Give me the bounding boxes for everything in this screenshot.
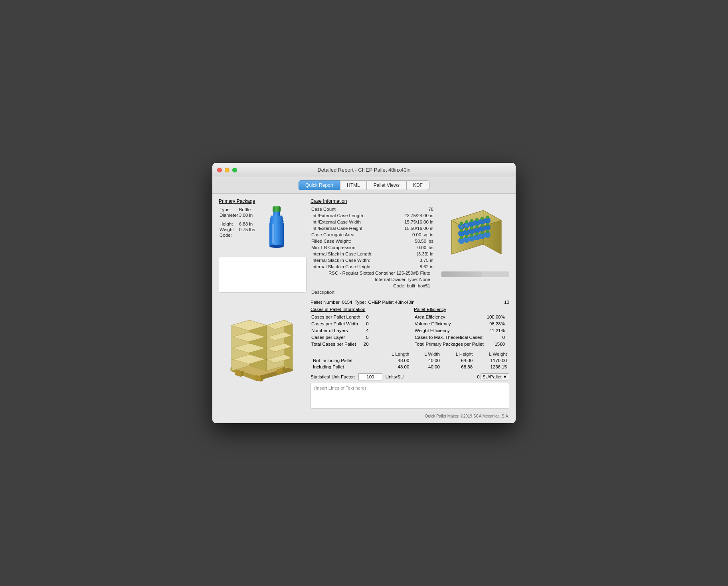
diameter-label: Diameter [220, 213, 238, 218]
svg-point-26 [465, 220, 468, 224]
cases-in-pallet-table: Cases per Pallet Length0 Cases per Palle… [311, 313, 370, 348]
primary-package-title: Primary Package [219, 198, 307, 204]
minimize-button[interactable] [225, 168, 229, 172]
cases-pallet-grid: Cases in Pallet Information Cases per Pa… [311, 307, 509, 348]
type-value: Bottle [239, 207, 255, 212]
svg-point-38 [465, 235, 468, 238]
units-su-label: Units/SU [386, 374, 404, 379]
bottom-section: Pallet Number 0154 Type: CHEP Pallet 48i… [219, 300, 509, 409]
close-button[interactable] [217, 168, 222, 172]
stat-unit-row: Statistical Unit Factor: Units/SU 0 SU/P… [311, 373, 509, 380]
footer: Quick Pallet Maker, ©2019 SCA Mecanica, … [219, 412, 509, 418]
weight-value: 0.75 lbs [239, 227, 255, 232]
pallet-type-value: CHEP Pallet 48inx40in [368, 300, 415, 305]
right-top: Case Information Case Count 78 Int./Exte… [311, 198, 509, 296]
dim-header-llength: L Length [378, 351, 411, 357]
pallet-info-right: Pallet Number 0154 Type: CHEP Pallet 48i… [311, 300, 509, 409]
su-pallet-label: SU/Pallet [483, 374, 502, 379]
svg-point-40 [475, 232, 479, 236]
dim-header-lwidth: L Width [411, 351, 442, 357]
progress-bar [441, 271, 509, 277]
toolbar: Quick Report HTML Pallet Views KDF [212, 177, 516, 194]
left-panel: Primary Package Type: Bottle Diameter 3.… [219, 198, 307, 296]
cases-in-pallet-title: Cases in Pallet Information [311, 307, 406, 312]
footer-text: Quick Pallet Maker, ©2019 SCA Mecanica, … [425, 414, 509, 418]
su-pallet-select: 0 SU/Pallet ▼ [477, 373, 509, 380]
dim-row0-v3: 1170.00 [475, 357, 509, 364]
svg-rect-4 [272, 224, 274, 244]
su-pallet-dropdown[interactable]: SU/Pallet ▼ [481, 373, 509, 380]
tab-kdf[interactable]: KDF [406, 180, 429, 190]
traffic-lights [217, 168, 237, 172]
dim-row1-v2: 68.88 [442, 364, 475, 370]
cases-in-pallet-section: Cases in Pallet Information Cases per Pa… [311, 307, 406, 348]
pallet-number-row: Pallet Number 0154 Type: CHEP Pallet 48i… [311, 300, 509, 305]
weight-label: Weight [220, 227, 238, 232]
progress-fill [441, 271, 482, 277]
svg-point-3 [269, 245, 284, 248]
pallet-number-value: 0154 [342, 300, 352, 305]
svg-rect-1 [273, 212, 280, 216]
type-label: Type: [220, 207, 238, 212]
text-area[interactable]: (Insert Lines of Text here) [311, 383, 509, 409]
preview-box [219, 257, 307, 293]
pallet-type-label: Type: [354, 300, 366, 305]
dim-header-lheight: L Height [442, 351, 475, 357]
dimensions-table: L Length L Width L Height L Weight Not I… [311, 351, 509, 370]
svg-point-39 [470, 234, 473, 237]
case-info-section: Case Information Case Count 78 Int./Exte… [311, 198, 434, 296]
case-count-label: Case Count [311, 206, 395, 212]
pallet-number-label: Pallet Number [311, 300, 340, 305]
svg-point-8 [465, 224, 468, 227]
height-value: 6.88 in [239, 222, 255, 226]
right-panel: Case Information Case Count 78 Int./Exte… [311, 198, 509, 296]
svg-point-28 [475, 218, 479, 221]
case-table: Case Count 78 Int./External Case Length2… [311, 206, 434, 296]
height-label: Height [220, 222, 238, 226]
svg-rect-0 [273, 206, 281, 212]
dropdown-chevron-icon: ▼ [503, 374, 507, 379]
svg-point-37 [460, 236, 463, 239]
dim-row1-v0: 48.00 [378, 364, 411, 370]
window-title: Detailed Report - CHEP Pallet 48inx40in [317, 167, 410, 173]
svg-point-31 [460, 229, 463, 232]
case-3d-illustration [437, 198, 509, 296]
tab-html[interactable]: HTML [340, 180, 367, 190]
dim-row1-v1: 40.00 [411, 364, 442, 370]
dim-header-lweight: L Weight [475, 351, 509, 357]
dim-row1-label: Including Pallet [311, 364, 378, 370]
svg-point-25 [460, 222, 463, 225]
svg-point-42 [486, 230, 489, 233]
svg-point-30 [486, 216, 489, 219]
top-section: Primary Package Type: Bottle Diameter 3.… [219, 198, 509, 296]
main-window: Detailed Report - CHEP Pallet 48inx40in … [212, 163, 516, 423]
dim-row0-v0: 48.00 [378, 357, 411, 364]
pallet-type-num: 10 [504, 300, 509, 305]
titlebar: Detailed Report - CHEP Pallet 48inx40in [212, 163, 516, 177]
dim-row0-label: Not Including Pallet [311, 357, 378, 364]
code-label: Code: [220, 233, 255, 238]
dim-row0-v1: 40.00 [411, 357, 442, 364]
tab-quick-report[interactable]: Quick Report [299, 180, 340, 190]
maximize-button[interactable] [232, 168, 237, 172]
units-su-value: 0 [477, 374, 479, 379]
diameter-value: 3.00 in [239, 213, 255, 218]
pallet-efficiency-title: Pallet Efficiency [414, 307, 509, 312]
pallet-efficiency-table: Area Efficiency100.00% Volume Efficiency… [414, 313, 506, 348]
case-count-value: 78 [396, 206, 433, 212]
svg-point-27 [470, 219, 473, 222]
text-area-placeholder: (Insert Lines of Text here) [314, 386, 366, 390]
content-area: Primary Package Type: Bottle Diameter 3.… [212, 194, 516, 423]
stat-unit-label: Statistical Unit Factor: [311, 374, 355, 379]
dim-row0-v2: 64.00 [442, 357, 475, 364]
bottle-illustration [264, 204, 290, 253]
pallet-efficiency-section: Pallet Efficiency Area Efficiency100.00%… [414, 307, 509, 348]
svg-rect-2 [269, 222, 284, 246]
stat-unit-input[interactable] [358, 373, 382, 380]
tab-pallet-views[interactable]: Pallet Views [367, 180, 406, 190]
dim-row1-v3: 1236.15 [475, 364, 509, 370]
pallet-3d-left [219, 300, 307, 409]
case-info-title: Case Information [311, 198, 434, 204]
